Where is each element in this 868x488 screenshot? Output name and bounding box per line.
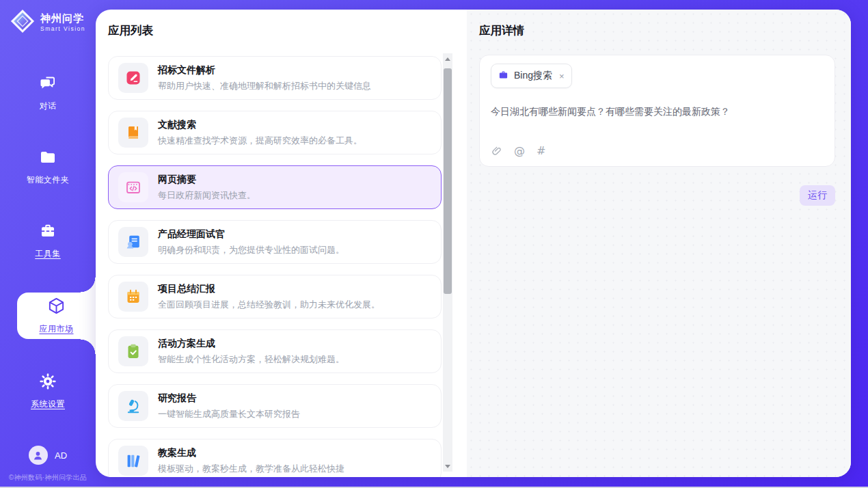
hash-icon[interactable]: # [537,144,545,157]
app-window: { "brand": { "name": "神州问学", "subtitle":… [0,0,868,488]
app-card-description: 一键智能生成高质量长文本研究报告 [158,408,300,420]
tool-tag-label: Bing搜索 [514,70,552,82]
app-list-scrollbar[interactable] [443,53,452,472]
user-name: AD [55,450,67,461]
scrollbar-thumb[interactable] [444,68,452,294]
tool-tag-bing-search[interactable]: Bing搜索 × [491,64,572,88]
tag-remove-icon[interactable]: × [559,71,565,81]
at-icon[interactable]: @ [514,144,525,157]
app-card-name: 活动方案生成 [158,338,344,350]
app-card[interactable]: 研究报告 一键智能生成高质量长文本研究报告 [108,384,442,428]
interview-icon [118,227,148,257]
brand-logo: 神州问学 Smart Vision [10,8,85,37]
attachment-toolbar: @# [491,144,545,157]
copyright-text: ©神州数码·神州问学出品 [0,473,96,483]
sidebar-item-toolbox[interactable]: 工具集 [0,219,96,262]
app-card[interactable]: 项目总结汇报 全面回顾项目进展，总结经验教训，助力未来优化发展。 [108,275,442,318]
app-card-name: 招标文件解析 [158,64,371,77]
cube-icon [47,297,66,318]
sidebar-nav: 对话 智能文件夹 工具集 应用市场 系统设置 [0,71,96,413]
app-list: 招标文件解析 帮助用户快速、准确地理解和解析招标书中的关键信息 文献搜索 快速精… [108,56,442,477]
app-card-description: 明确身份和职责，为您提供专业性的面试问题。 [158,244,344,256]
app-card-description: 帮助用户快速、准确地理解和解析招标书中的关键信息 [158,80,371,92]
app-card[interactable]: 招标文件解析 帮助用户快速、准确地理解和解析招标书中的关键信息 [108,56,442,100]
brand-subtitle: Smart Vision [40,26,85,32]
run-button[interactable]: 运行 [800,185,835,206]
microscope-icon [118,391,148,421]
book-icon [118,118,148,148]
app-list-panel: 应用列表 招标文件解析 帮助用户快速、准确地理解和解析招标书中的关键信息 文献搜… [96,10,467,477]
app-card-name: 网页摘要 [158,174,256,186]
brand-name: 神州问学 [40,13,85,25]
app-card-description: 全面回顾项目进展，总结经验教训，助力未来优化发展。 [158,299,380,311]
app-card-description: 智能生成个性化活动方案，轻松解决规划难题。 [158,353,344,366]
app-card-name: 项目总结汇报 [158,283,380,295]
books-icon [118,446,148,476]
app-card[interactable]: 教案生成 模板驱动，教案秒生成，教学准备从此轻松快捷 [108,439,442,477]
app-card[interactable]: 文献搜索 快速精准查找学术资源，提高研究效率的必备工具。 [108,111,442,154]
user-account[interactable]: AD [0,446,96,465]
app-card-description: 模板驱动，教案秒生成，教学准备从此轻松快捷 [158,463,344,475]
app-card-name: 产品经理面试官 [158,228,344,241]
app-card-name: 教案生成 [158,447,344,459]
calendar-icon [118,282,148,312]
app-detail-title: 应用详情 [479,23,835,38]
sidebar-item-label: 应用市场 [40,323,74,335]
app-card-name: 研究报告 [158,392,300,405]
bubble-curve-bottom [81,339,96,354]
app-card-name: 文献搜索 [158,119,362,131]
prompt-card: Bing搜索 × 今日湖北有哪些新闻要点？有哪些需要关注的最新政策？ @# [479,55,835,167]
sidebar-item-chat[interactable]: 对话 [0,71,96,115]
bid-edit-icon [118,63,148,93]
sidebar: 神州问学 Smart Vision 对话 智能文件夹 工具集 应用市场 系统设置… [0,0,96,488]
app-card-description: 快速精准查找学术资源，提高研究效率的必备工具。 [158,135,362,147]
sidebar-item-cube[interactable]: 应用市场 [17,293,96,339]
user-avatar-icon [29,446,48,465]
paperclip-icon[interactable] [491,146,502,157]
app-list-title: 应用列表 [108,23,467,38]
scroll-up-button[interactable] [443,53,452,64]
gear-icon [39,372,57,393]
briefcase-icon [498,70,508,83]
app-card[interactable]: 活动方案生成 智能生成个性化活动方案，轻松解决规划难题。 [108,329,442,373]
main-content: 应用列表 招标文件解析 帮助用户快速、准确地理解和解析招标书中的关键信息 文献搜… [96,10,851,477]
webpage-icon [118,172,148,202]
clipboard-check-icon [118,336,148,366]
bubble-curve-top [81,277,96,293]
query-text[interactable]: 今日湖北有哪些新闻要点？有哪些需要关注的最新政策？ [491,105,824,119]
toolbox-icon [39,222,57,243]
sidebar-item-label: 智能文件夹 [27,174,70,186]
sidebar-item-label: 工具集 [35,248,61,260]
app-card-description: 每日政府新闻资讯快查。 [158,189,256,202]
sidebar-item-label: 对话 [40,100,57,112]
app-detail-panel: 应用详情 Bing搜索 × 今日湖北有哪些新闻要点？有哪些需要关注的最新政策？ … [467,10,851,477]
app-card[interactable]: 产品经理面试官 明确身份和职责，为您提供专业性的面试问题。 [108,220,442,264]
chat-icon [39,74,57,95]
sidebar-item-folder[interactable]: 智能文件夹 [0,145,96,189]
folder-icon [39,148,57,169]
app-card[interactable]: 网页摘要 每日政府新闻资讯快查。 [108,165,442,209]
scroll-down-button[interactable] [443,461,452,472]
diamond-logo-icon [10,8,36,37]
sidebar-item-gear[interactable]: 系统设置 [0,369,96,413]
sidebar-item-label: 系统设置 [31,398,65,410]
